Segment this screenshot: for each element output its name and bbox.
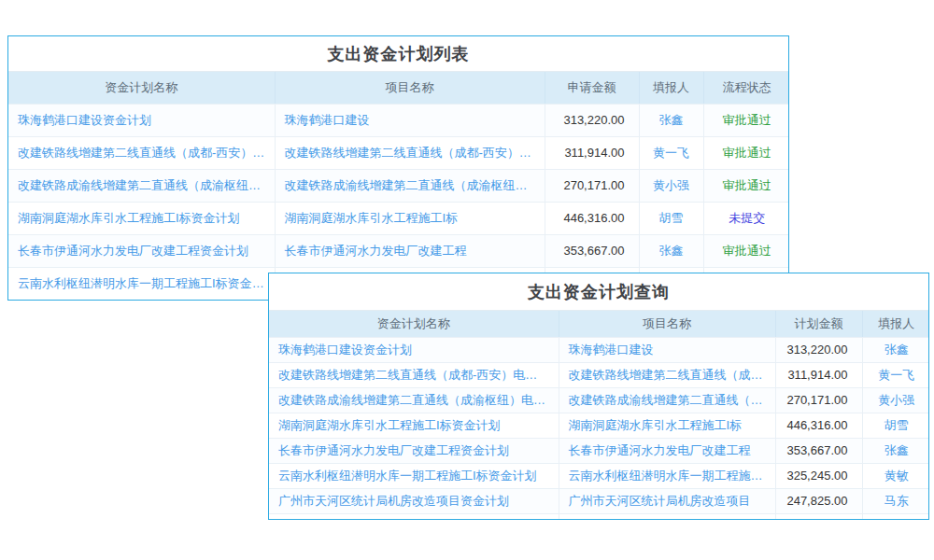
plan-name-link[interactable]: 广州市天河区统计局机房改造项目资金计划 — [269, 488, 559, 513]
person-link[interactable]: 黄一飞 — [639, 136, 703, 169]
plan-name-link[interactable]: 长春市伊通河水力发电厂改建工程资金计划 — [8, 234, 275, 267]
request-amount: 313,220.00 — [545, 104, 639, 136]
project-name-link[interactable]: 改建铁路成渝线增建第二直通线（成渝枢纽）... — [275, 169, 545, 202]
request-amount: 311,914.00 — [545, 136, 639, 169]
column-header-plan-name: 资金计划名称 — [269, 311, 559, 337]
column-header-status: 流程状态 — [703, 72, 789, 104]
person-link[interactable]: 黄小强 — [639, 169, 703, 202]
project-name-link[interactable]: 改建铁路成渝线增建第二直通线（成渝枢 — [559, 387, 775, 413]
plan-name-link[interactable]: 云南水利枢纽潜明水库一期工程施工I标资金计划 — [269, 463, 559, 488]
person-link[interactable]: 张鑫 — [862, 337, 929, 362]
plan-name-link[interactable]: 云南水利枢纽潜明水库一期工程施工I标资金计划 — [8, 267, 275, 300]
plan-name-link[interactable]: 长春市伊通河水力发电厂改建工程资金计划 — [269, 438, 559, 463]
plan-name-link[interactable]: 改建铁路成渝线增建第二直通线（成渝枢纽）... — [8, 169, 275, 202]
plan-name-link[interactable]: 改建铁路线增建第二线直通线（成都-西安）电力线路迁 — [269, 362, 559, 387]
request-amount: 270,171.00 — [545, 169, 639, 202]
status-badge: 审批通过 — [703, 104, 789, 136]
status-badge: 未提交 — [703, 202, 789, 234]
project-name-link[interactable]: 湖南洞庭湖水库引水工程施工I标 — [559, 413, 775, 438]
plan-name-link[interactable]: 改建铁路成渝线增建第二直通线（成渝枢纽）电力线路迁 — [269, 387, 559, 413]
project-name-link[interactable]: 湖南洞庭湖水库引水工程施工I标 — [275, 202, 545, 234]
column-header-person: 填报人 — [639, 72, 703, 104]
project-name-link[interactable]: 长春市伊通河水力发电厂改建工程 — [559, 438, 775, 463]
column-header-project-name: 项目名称 — [559, 311, 775, 337]
column-header-plan-name: 资金计划名称 — [8, 72, 275, 104]
person-link[interactable]: 张鑫 — [862, 438, 929, 463]
page-title: 支出资金计划查询 — [269, 273, 928, 311]
plan-name-link[interactable]: 湖南洞庭湖水库引水工程施工I标资金计划 — [8, 202, 275, 234]
person-link[interactable]: 张鑫 — [639, 104, 703, 136]
expenditure-plan-query-table: 资金计划名称 项目名称 计划金额 填报人 珠海鹤港口建设资金计划 珠海鹤港口建设… — [269, 311, 929, 520]
person-link[interactable]: 张鑫 — [639, 234, 703, 267]
person-link[interactable]: 胡雪 — [862, 413, 929, 438]
table-row: 云南水利枢纽潜明水库一期工程施工I标资金计划 云南水利枢纽潜明水库一期工程施工I… — [269, 463, 929, 488]
project-name-link[interactable]: 珠海鹤港口建设 — [559, 337, 775, 362]
column-header-request-amount: 申请金额 — [545, 72, 639, 104]
project-name-link[interactable]: 改建铁路线增建第二线直通线（成都-西安）电... — [275, 136, 545, 169]
plan-name-link[interactable]: 珠海鹤港口建设资金计划 — [8, 104, 275, 136]
project-name-link[interactable]: 广州市天河区统计局机房改造项目 — [559, 488, 775, 513]
plan-amount: 270,171.00 — [775, 387, 862, 413]
person-link[interactable]: 黄一飞 — [862, 362, 929, 387]
table-row: 改建铁路成渝线增建第二直通线（成渝枢纽）电力线路迁 改建铁路成渝线增建第二直通线… — [269, 387, 929, 413]
plan-name-link[interactable]: 珠海鹤港口建设资金计划 — [269, 337, 559, 362]
person-link[interactable]: 黄敏 — [862, 463, 929, 488]
project-name-link[interactable]: 长春市伊通河水力发电厂改建工程 — [275, 234, 545, 267]
table-row: 珠海鹤港口建设资金计划 珠海鹤港口建设 313,220.00 张鑫 — [269, 337, 929, 362]
plan-name-link[interactable]: 改建铁路线增建第二线直通线（成都-西安）电... — [8, 136, 275, 169]
plan-amount: 313,220.00 — [775, 337, 862, 362]
table-row: 长春市伊通河水力发电厂改建工程资金计划 长春市伊通河水力发电厂改建工程 353,… — [8, 234, 789, 267]
project-name-link[interactable]: 珠海鹤港口建设 — [275, 104, 545, 136]
plan-name-link[interactable]: 湖南洞庭湖水库引水工程施工I标资金计划 — [269, 413, 559, 438]
table-row: 湖南洞庭湖水库引水工程施工I标资金计划 湖南洞庭湖水库引水工程施工I标 446,… — [269, 413, 929, 438]
table-row: 长春市伊通河水力发电厂改建工程资金计划 长春市伊通河水力发电厂改建工程 353,… — [269, 438, 929, 463]
plan-amount: 353,667.00 — [775, 438, 862, 463]
expenditure-plan-list-table: 资金计划名称 项目名称 申请金额 填报人 流程状态 珠海鹤港口建设资金计划 珠海… — [8, 72, 789, 301]
table-header-row: 资金计划名称 项目名称 计划金额 填报人 — [269, 311, 929, 337]
status-badge: 审批通过 — [703, 136, 789, 169]
request-amount: 446,316.00 — [545, 202, 639, 234]
table-row: 改建铁路成渝线增建第二直通线（成渝枢纽）... 改建铁路成渝线增建第二直通线（成… — [8, 169, 789, 202]
person-link[interactable]: 黄小强 — [862, 387, 929, 413]
project-name-link[interactable]: 云南水利枢纽潜明水库一期工程施工I标 — [559, 463, 775, 488]
status-badge: 审批通过 — [703, 169, 789, 202]
plan-amount: 446,316.00 — [775, 413, 862, 438]
request-amount: 353,667.00 — [545, 234, 639, 267]
plan-amount: 247,825.00 — [775, 488, 862, 513]
plan-amount: 311,914.00 — [775, 362, 862, 387]
column-header-plan-amount: 计划金额 — [775, 311, 862, 337]
page-title: 支出资金计划列表 — [8, 36, 788, 72]
table-row: 珠海鹤港口建设资金计划 珠海鹤港口建设 313,220.00 张鑫 审批通过 — [8, 104, 789, 136]
status-badge: 审批通过 — [703, 234, 789, 267]
column-header-person: 填报人 — [862, 311, 929, 337]
table-row-partial — [269, 513, 929, 520]
column-header-project-name: 项目名称 — [275, 72, 545, 104]
table-header-row: 资金计划名称 项目名称 申请金额 填报人 流程状态 — [8, 72, 789, 104]
expenditure-plan-query-panel: 支出资金计划查询 资金计划名称 项目名称 计划金额 填报人 珠海鹤港口建设资金计… — [268, 273, 929, 520]
expenditure-plan-list-panel: 支出资金计划列表 资金计划名称 项目名称 申请金额 填报人 流程状态 珠海鹤港口… — [7, 35, 789, 301]
person-link[interactable]: 胡雪 — [639, 202, 703, 234]
person-link[interactable]: 马东 — [862, 488, 929, 513]
table-row: 广州市天河区统计局机房改造项目资金计划 广州市天河区统计局机房改造项目 247,… — [269, 488, 929, 513]
table-row: 改建铁路线增建第二线直通线（成都-西安）电力线路迁 改建铁路线增建第二线直通线（… — [269, 362, 929, 387]
project-name-link[interactable]: 改建铁路线增建第二线直通线（成都-西安 — [559, 362, 775, 387]
table-row: 改建铁路线增建第二线直通线（成都-西安）电... 改建铁路线增建第二线直通线（成… — [8, 136, 789, 169]
plan-amount: 325,245.00 — [775, 463, 862, 488]
table-row: 湖南洞庭湖水库引水工程施工I标资金计划 湖南洞庭湖水库引水工程施工I标 446,… — [8, 202, 789, 234]
